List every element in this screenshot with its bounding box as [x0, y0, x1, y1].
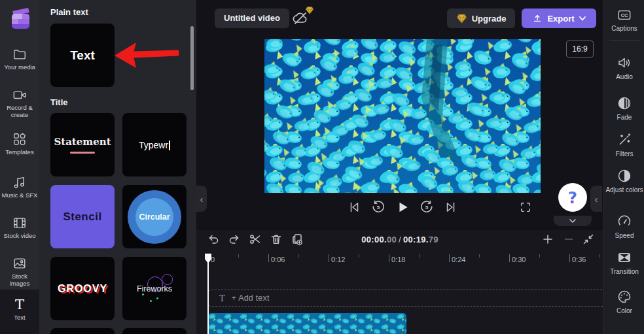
- clipchamp-editor: Your media Record & create Templates Mus…: [0, 0, 644, 334]
- rightbar-item-filters[interactable]: Filters: [604, 132, 644, 158]
- tile-typewriter[interactable]: Typewr: [122, 113, 187, 176]
- upgrade-button[interactable]: Upgrade: [447, 8, 515, 28]
- clipchamp-logo-icon[interactable]: [7, 5, 33, 31]
- ruler-tick: [268, 254, 269, 262]
- play-button[interactable]: [395, 199, 410, 215]
- zoom-out-button[interactable]: [562, 233, 577, 247]
- timeline-video-clip[interactable]: [208, 313, 406, 334]
- sidebar-item-label: Stock images: [0, 273, 39, 287]
- skip-to-end-button[interactable]: [443, 199, 459, 215]
- sidebar-item-text[interactable]: T Text: [0, 290, 39, 334]
- ruler-minor-tick: [419, 254, 420, 258]
- ruler-minor-tick: [599, 254, 600, 258]
- rewind-5s-button[interactable]: 5: [370, 199, 386, 215]
- ruler-tick-label: 0:36: [572, 256, 586, 263]
- ruler-minor-tick: [238, 254, 239, 258]
- rightbar-item-fade[interactable]: Fade: [604, 95, 644, 121]
- tile-groovy[interactable]: GROOVY: [50, 257, 115, 320]
- ruler-tick: [569, 254, 570, 262]
- cloud-sync-off-button[interactable]: [292, 10, 314, 29]
- delete-button[interactable]: [270, 233, 284, 247]
- plus-icon: [541, 233, 554, 246]
- sidebar-item-label: Text: [0, 314, 39, 321]
- image-icon: [12, 256, 27, 271]
- chevron-left-icon: ‹: [595, 193, 598, 205]
- rightbar-item-color[interactable]: Color: [604, 289, 644, 314]
- panel-collapse-button[interactable]: ‹: [196, 186, 207, 212]
- ruler-tick: [449, 254, 450, 262]
- export-label: Export: [547, 14, 574, 24]
- skip-end-icon: [443, 199, 459, 215]
- tile-partial[interactable]: [122, 328, 187, 334]
- rightbar-item-label: Speed: [604, 232, 644, 239]
- project-title-input[interactable]: Untitled video: [215, 8, 289, 28]
- fullscreen-button[interactable]: [520, 201, 535, 217]
- ruler-minor-tick: [359, 254, 359, 258]
- tile-circular[interactable]: Circular: [122, 185, 187, 248]
- video-preview: [264, 39, 541, 193]
- sidebar-item-stock-video[interactable]: Stock video: [0, 216, 39, 239]
- tile-stencil[interactable]: Stencil: [50, 185, 115, 248]
- redo-button[interactable]: [228, 233, 242, 247]
- ruler-tick: [509, 254, 510, 262]
- panel-scrollbar[interactable]: [190, 26, 194, 90]
- export-button[interactable]: Export: [522, 8, 596, 28]
- rightbar-item-transition[interactable]: Transition: [604, 250, 644, 275]
- fireworks-spark: [150, 300, 152, 302]
- sidebar-item-your-media[interactable]: Your media: [0, 47, 39, 71]
- skip-to-start-button[interactable]: [346, 199, 362, 215]
- tile-plain-text[interactable]: Text: [50, 24, 115, 87]
- tile-statement[interactable]: Statement: [50, 113, 115, 176]
- captions-icon: CC: [616, 8, 633, 22]
- speed-gauge-icon: [617, 214, 632, 229]
- tile-partial[interactable]: [50, 328, 115, 334]
- rightbar-item-speed[interactable]: Speed: [604, 214, 644, 239]
- redo-icon: [228, 233, 241, 246]
- rightbar-item-label: Transition: [604, 268, 644, 275]
- fullscreen-icon: [520, 201, 531, 213]
- sidebar-item-templates[interactable]: Templates: [0, 132, 39, 156]
- sidebar-item-music-sfx[interactable]: Music & SFX: [0, 175, 39, 199]
- fireworks-spark: [142, 293, 144, 295]
- rightbar-item-audio[interactable]: Audio: [604, 55, 644, 80]
- add-text-track[interactable]: T + Add text: [208, 290, 603, 307]
- sidebar-item-label: Music & SFX: [0, 192, 39, 199]
- fireworks-spark: [156, 297, 158, 299]
- zoom-fit-button[interactable]: [582, 233, 596, 247]
- rightbar-item-label: Adjust colors: [604, 186, 644, 193]
- sidebar-item-record-create[interactable]: Record & create: [0, 88, 39, 118]
- aspect-ratio-badge[interactable]: 16:9: [566, 41, 594, 58]
- duplicate-icon: [291, 233, 304, 246]
- sidebar-item-stock-images[interactable]: Stock images: [0, 256, 39, 287]
- split-button[interactable]: [249, 233, 263, 247]
- rightbar-item-adjust-colors[interactable]: Adjust colors: [604, 168, 644, 193]
- playhead-line: [207, 254, 209, 334]
- help-button[interactable]: ?: [558, 183, 587, 212]
- rightbar-item-label: Fade: [604, 114, 644, 121]
- ruler-tick-label: 0:24: [452, 256, 465, 263]
- tile-fireworks[interactable]: Fireworks: [122, 257, 187, 320]
- timeline-ruler[interactable]: 0 0:06 0:12 0:18 0:24 0:30 0:36: [196, 252, 603, 268]
- ruler-minor-tick: [298, 254, 299, 258]
- duplicate-button[interactable]: [291, 233, 305, 247]
- forward-5s-button[interactable]: 5: [419, 199, 435, 215]
- upgrade-label: Upgrade: [472, 14, 507, 24]
- sidebar-item-label: Templates: [0, 148, 39, 156]
- tile-label: Fireworks: [137, 284, 172, 293]
- magic-wand-icon: [617, 132, 632, 148]
- ruler-tick-label: 0:30: [512, 256, 526, 263]
- text-cursor: [169, 141, 170, 150]
- ruler-tick-label: 0:12: [331, 256, 345, 263]
- svg-text:5: 5: [425, 205, 429, 210]
- fade-icon: [617, 95, 632, 111]
- preview-collapse-button[interactable]: ‹: [590, 186, 602, 212]
- current-time: 00:00.: [361, 235, 387, 244]
- sidebar-item-label: Record & create: [0, 104, 39, 118]
- zoom-in-button[interactable]: [541, 233, 556, 247]
- chevron-down-icon: [579, 16, 586, 21]
- rightbar-item-captions[interactable]: CC Captions: [604, 8, 644, 32]
- collapse-preview-tab[interactable]: [554, 216, 592, 226]
- undo-button[interactable]: [207, 233, 221, 247]
- tile-label: Statement: [54, 136, 111, 148]
- music-note-icon: [12, 175, 27, 190]
